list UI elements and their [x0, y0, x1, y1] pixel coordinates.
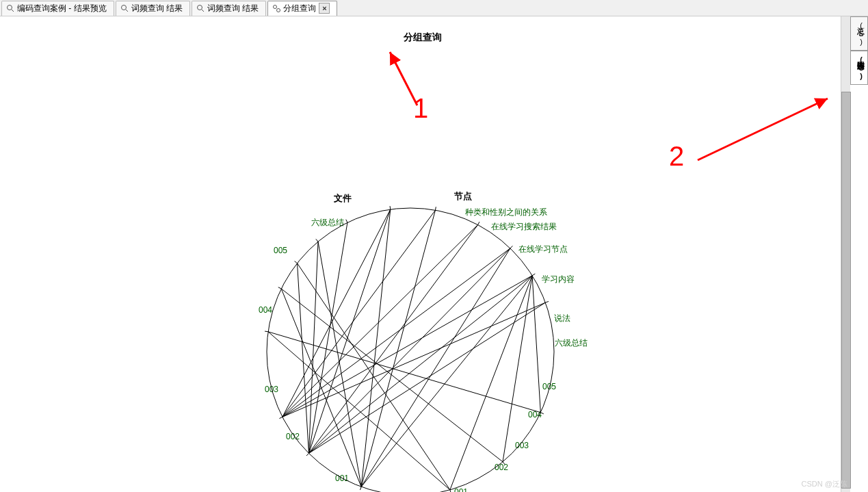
tab-wordfreq-2[interactable]: 词频查询 结果 [192, 1, 266, 16]
search-icon [196, 4, 205, 12]
svg-line-30 [282, 210, 436, 417]
node-shuofa[interactable]: 说法 [554, 313, 570, 324]
side-tab-connection[interactable]: 连接图(O) [850, 51, 868, 85]
svg-point-6 [274, 5, 277, 9]
svg-line-19 [435, 207, 436, 210]
svg-line-15 [545, 301, 549, 302]
node-001-r[interactable]: 001 [454, 487, 468, 492]
svg-line-5 [202, 10, 204, 12]
svg-line-24 [278, 287, 281, 289]
annotation-2: 2 [669, 141, 684, 172]
close-tab-button[interactable]: × [319, 3, 330, 14]
file-node-003[interactable]: 003 [265, 385, 278, 394]
group-icon [272, 4, 280, 12]
diagram-canvas: 分组查询 文件 节点 六级总结 005 004 003 002 001 种类和性… [0, 16, 850, 492]
svg-line-11 [360, 487, 361, 490]
svg-line-52 [268, 332, 540, 413]
svg-point-7 [277, 9, 280, 12]
svg-line-41 [361, 248, 510, 487]
diagram-title: 分组查询 [404, 31, 442, 44]
tab-wordfreq-1[interactable]: 词频查询 结果 [116, 1, 190, 16]
tab-label: 词频查询 结果 [207, 3, 259, 14]
tab-label: 分组查询 [283, 3, 316, 14]
svg-line-49 [503, 276, 532, 462]
svg-line-25 [265, 331, 268, 332]
search-icon [120, 4, 129, 12]
svg-line-42 [361, 210, 435, 487]
svg-line-38 [309, 242, 319, 453]
tab-coding-query[interactable]: 编码查询案例 - 结果预览 [1, 1, 114, 16]
svg-line-27 [282, 276, 532, 417]
side-panel: 汇总(S) 连接图(O) [850, 16, 868, 85]
svg-line-34 [309, 248, 510, 454]
svg-point-0 [8, 5, 12, 10]
scrollbar-vertical[interactable] [841, 16, 850, 492]
svg-line-33 [309, 276, 533, 454]
svg-line-51 [532, 276, 540, 413]
svg-line-45 [281, 289, 361, 487]
svg-line-17 [510, 246, 512, 248]
svg-line-20 [390, 206, 391, 209]
svg-line-40 [361, 276, 532, 487]
svg-line-46 [450, 276, 532, 490]
scrollbar-thumb[interactable] [841, 92, 851, 489]
tab-group-query[interactable]: 分组查询 × [267, 1, 337, 16]
node-003-r[interactable]: 003 [515, 441, 529, 450]
svg-line-18 [478, 222, 479, 224]
svg-line-16 [532, 274, 535, 276]
svg-line-1 [12, 10, 14, 12]
watermark: CSDN @泛陈 [802, 479, 847, 489]
file-node-001[interactable]: 001 [335, 474, 349, 483]
node-online-learn[interactable]: 在线学习节点 [518, 244, 568, 255]
side-tab-summary[interactable]: 汇总(S) [850, 16, 868, 51]
svg-line-22 [316, 239, 318, 242]
svg-line-43 [361, 209, 391, 487]
svg-point-2 [121, 5, 126, 10]
svg-line-26 [282, 302, 545, 417]
svg-line-10 [306, 453, 309, 456]
svg-line-36 [309, 209, 391, 453]
svg-point-8 [267, 208, 554, 492]
tab-label: 编码查询案例 - 结果预览 [17, 3, 107, 14]
svg-line-3 [126, 10, 128, 12]
node-002-r[interactable]: 002 [495, 463, 508, 472]
tab-bar: 编码查询案例 - 结果预览 词频查询 结果 词频查询 结果 分组查询 × [0, 0, 868, 16]
node-learn-content[interactable]: 学习内容 [542, 274, 575, 285]
svg-line-28 [282, 248, 510, 417]
group-label-files: 文件 [334, 192, 352, 205]
file-node-002[interactable]: 002 [286, 432, 300, 441]
node-005-r[interactable]: 005 [542, 382, 556, 391]
svg-line-50 [281, 289, 503, 462]
svg-line-44 [318, 242, 361, 487]
svg-line-21 [346, 220, 347, 222]
diagram-svg [0, 16, 850, 492]
node-relation[interactable]: 种类和性别之间的关系 [465, 207, 547, 218]
file-node-005[interactable]: 005 [274, 246, 287, 255]
svg-line-29 [282, 225, 478, 417]
node-online-search[interactable]: 在线学习搜索结果 [491, 221, 557, 233]
svg-line-48 [268, 332, 450, 490]
file-node-6summary[interactable]: 六级总结 [311, 217, 344, 229]
svg-line-39 [298, 263, 309, 454]
svg-line-37 [309, 222, 347, 453]
group-label-nodes: 节点 [454, 190, 472, 203]
tab-label: 词频查询 结果 [131, 3, 183, 14]
svg-line-47 [298, 263, 450, 490]
svg-point-4 [198, 5, 202, 10]
svg-line-32 [309, 302, 546, 453]
node-6summary-r[interactable]: 六级总结 [555, 337, 588, 349]
svg-line-31 [282, 209, 391, 417]
file-node-004[interactable]: 004 [259, 305, 272, 315]
svg-line-9 [279, 417, 282, 418]
search-icon [6, 4, 14, 12]
svg-line-35 [309, 225, 478, 454]
node-004-r[interactable]: 004 [528, 410, 542, 419]
annotation-1: 1 [413, 93, 428, 124]
arrow-2 [698, 99, 828, 160]
svg-line-23 [295, 261, 298, 263]
